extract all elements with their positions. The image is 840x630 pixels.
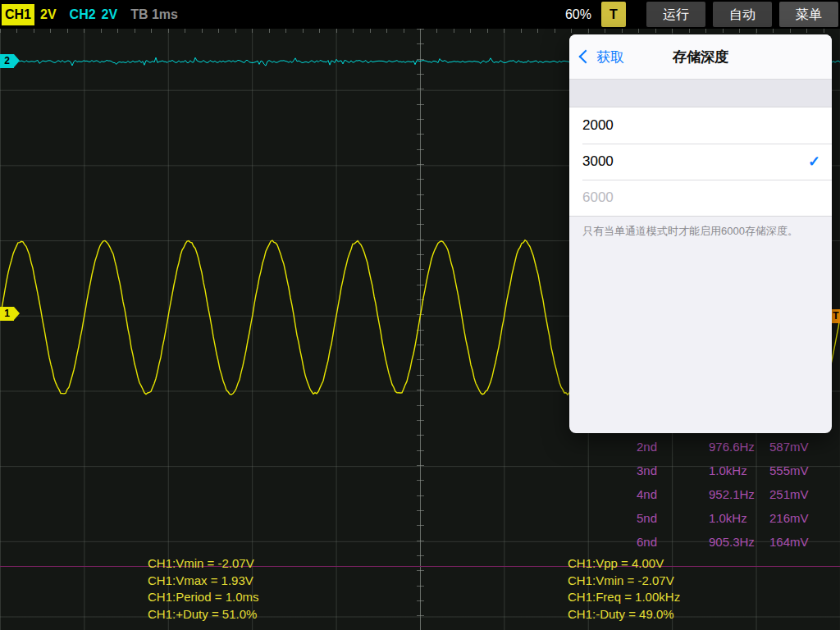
ch1-marker-label: 1 [4,308,10,319]
ch2-position-marker[interactable]: 2 [0,54,14,68]
checkmark-icon: ✓ [808,153,820,171]
popup-header: 获取 存储深度 [569,34,832,80]
harmonic-order: 2nd [637,435,709,459]
measurement-line: CH1:Freq = 1.00kHz [568,589,680,606]
harmonic-order: 5nd [637,506,709,530]
timebase-readout: TB 1ms [130,7,178,22]
measurement-line: CH1:Vpp = 4.00V [568,555,680,573]
popup-option-2000[interactable]: 2000 [569,107,832,144]
popup-back-label: 获取 [596,48,624,66]
auto-button[interactable]: 自动 [713,2,772,27]
ch2-volt-scale: 2V [102,7,118,22]
ch2-marker-label: 2 [4,55,10,66]
harmonic-frequency: 952.1Hz [709,482,769,506]
harmonics-table: 2nd976.6Hz587mV3nd1.0kHz555mV4nd952.1Hz2… [637,435,827,554]
oscilloscope-app: 2 1 T CH1:Vmin = -2.07VCH1:Vmax = 1.93VC… [0,0,840,630]
top-toolbar: CH1 2V CH2 2V TB 1ms 60% T 运行 自动 菜单 [0,0,840,29]
popup-option-label: 2000 [582,117,614,134]
measurement-line: CH1:+Duty = 51.0% [148,606,258,623]
measurement-line: CH1:Period = 1.0ms [148,589,258,606]
popup-note: 只有当单通道模式时才能启用6000存储深度。 [569,217,832,245]
menu-button[interactable]: 菜单 [779,2,838,27]
popup-section-gap [569,80,832,107]
battery-percentage: 60% [565,7,591,22]
harmonic-voltage: 555mV [769,459,827,482]
ch1-channel-badge[interactable]: CH1 [2,4,34,25]
ch1-position-marker[interactable]: 1 [0,307,14,321]
harmonic-order: 3nd [637,459,709,482]
harmonic-frequency: 976.6Hz [709,435,769,459]
measurements-left: CH1:Vmin = -2.07VCH1:Vmax = 1.93VCH1:Per… [148,555,258,623]
trigger-level-marker[interactable]: T [832,309,840,323]
harmonic-row: 4nd952.1Hz251mV [637,482,827,506]
trigger-marker-label: T [833,310,838,322]
ch2-marker-arrow-icon [14,54,20,67]
chevron-left-icon [579,50,593,64]
harmonic-voltage: 164mV [769,530,827,554]
popup-option-6000[interactable]: 6000 [569,180,832,216]
measurement-line: CH1:-Duty = 49.0% [568,606,680,623]
popup-back-button[interactable]: 获取 [579,48,624,66]
popup-options: 20003000✓6000 [569,107,832,217]
ch1-volt-scale: 2V [40,7,57,22]
harmonic-voltage: 587mV [769,435,827,459]
ch2-channel-badge[interactable]: CH2 [70,7,96,22]
popup-option-label: 3000 [582,153,614,170]
harmonic-voltage: 251mV [769,482,827,506]
harmonic-voltage: 216mV [769,506,827,530]
harmonic-order: 6nd [637,530,709,554]
storage-depth-popup: 获取 存储深度 20003000✓6000 只有当单通道模式时才能启用6000存… [569,34,832,433]
measurement-line: CH1:Vmax = 1.93V [148,573,258,590]
trigger-menu-button[interactable]: T [601,2,626,27]
measurements-right: CH1:Vpp = 4.00VCH1:Vmin = -2.07VCH1:Freq… [568,555,680,623]
harmonic-row: 6nd905.3Hz164mV [637,530,827,554]
popup-option-label: 6000 [582,189,614,206]
measurement-line: CH1:Vmin = -2.07V [568,573,680,590]
harmonic-row: 5nd1.0kHz216mV [637,506,827,530]
harmonic-row: 3nd1.0kHz555mV [637,459,827,482]
harmonic-frequency: 1.0kHz [709,459,769,482]
harmonic-frequency: 1.0kHz [709,506,769,530]
harmonic-row: 2nd976.6Hz587mV [637,435,827,459]
measurement-line: CH1:Vmin = -2.07V [148,555,258,573]
harmonic-frequency: 905.3Hz [709,530,769,554]
popup-option-3000[interactable]: 3000✓ [569,144,832,180]
run-button[interactable]: 运行 [646,2,705,27]
ch1-marker-arrow-icon [14,307,20,320]
harmonic-order: 4nd [637,482,709,506]
